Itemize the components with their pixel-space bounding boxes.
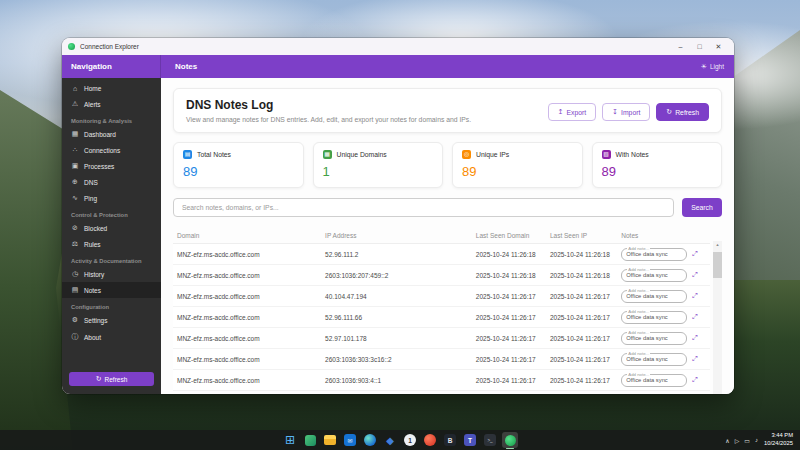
speaker-icon[interactable]: ♪ — [755, 437, 758, 443]
table-row: MNZ-efz.ms-acdc.office.com2603:1036:303:… — [173, 349, 710, 370]
maximize-button[interactable]: □ — [690, 38, 709, 55]
refresh-button[interactable]: ↻Refresh — [656, 103, 709, 121]
sidebar-item-notes[interactable]: ▤Notes — [62, 282, 161, 298]
sidebar-item-rules[interactable]: ⚖Rules — [62, 236, 161, 252]
sidebar-item-label: Settings — [84, 317, 108, 324]
settings-icon: ⚙ — [71, 316, 79, 324]
start-icon: ⊞ — [285, 433, 295, 447]
expand-note-icon[interactable]: ⤢ — [692, 271, 698, 279]
taskbar-item-connection-explorer[interactable] — [502, 432, 518, 448]
note-input[interactable] — [626, 335, 682, 341]
sidebar-item-ping[interactable]: ∿Ping — [62, 190, 161, 206]
sidebar-item-connections[interactable]: ∴Connections — [62, 142, 161, 158]
taskbar-item-box-app[interactable]: ◆ — [382, 432, 398, 448]
cell-notes: Add note...⤢ — [621, 290, 706, 303]
search-input[interactable] — [173, 198, 674, 217]
taskbar-item-one-password[interactable]: 1 — [402, 432, 418, 448]
app-header: Navigation Notes Light — [62, 55, 734, 78]
sidebar-refresh-button[interactable]: Refresh — [69, 372, 154, 386]
sidebar-item-processes[interactable]: ▣Processes — [62, 158, 161, 174]
import-button[interactable]: ↧Import — [602, 103, 650, 121]
notes-icon: ▤ — [71, 286, 79, 294]
page-header-panel: DNS Notes Log View and manage notes for … — [173, 88, 722, 133]
note-input[interactable] — [626, 293, 682, 299]
taskbar-item-edge[interactable] — [362, 432, 378, 448]
button-label: Export — [567, 109, 587, 116]
taskbar-item-b-app[interactable]: B — [442, 432, 458, 448]
theme-toggle[interactable]: Light — [701, 63, 724, 71]
stat-label: Total Notes — [197, 151, 231, 158]
minimize-button[interactable]: – — [671, 38, 690, 55]
sidebar-item-home[interactable]: ⌂Home — [62, 81, 161, 96]
expand-note-icon[interactable]: ⤢ — [692, 250, 698, 258]
taskbar-item-widgets[interactable] — [302, 432, 318, 448]
panel-actions: ↥Export↧Import↻Refresh — [548, 103, 709, 121]
expand-note-icon[interactable]: ⤢ — [692, 334, 698, 342]
cell-last-seen-ip: 2025-10-24 11:26:17 — [550, 377, 621, 384]
cell-ip-address: 2603:1036:303:3c16::2 — [325, 356, 476, 363]
window-titlebar[interactable]: Connection Explorer – □ ✕ — [62, 38, 734, 55]
cell-domain: MNZ-efz.ms-acdc.office.com — [177, 377, 325, 384]
taskbar-item-outlook[interactable]: ✉ — [342, 432, 358, 448]
note-input[interactable] — [626, 314, 682, 320]
note-input[interactable] — [626, 272, 682, 278]
sidebar-item-label: Rules — [84, 241, 101, 248]
cell-ip-address: 52.96.111.2 — [325, 251, 476, 258]
taskbar-icons: ⊞✉◆1BT>_ — [282, 430, 518, 450]
sidebar-item-dashboard[interactable]: ▦Dashboard — [62, 126, 161, 142]
stat-value: 89 — [462, 164, 573, 179]
table-scrollbar[interactable] — [713, 241, 722, 394]
cell-last-seen-domain: 2025-10-24 11:26:17 — [476, 335, 550, 342]
network-icon[interactable]: ▷ — [735, 437, 740, 444]
stats-row: ▤Total Notes89▦Unique Domains1◎Unique IP… — [173, 142, 722, 188]
column-header-ip-address: IP Address — [325, 232, 476, 239]
stat-label: Unique IPs — [476, 151, 509, 158]
cell-ip-address: 2603:1036:207:459::2 — [325, 272, 476, 279]
refresh-icon — [96, 375, 102, 383]
notes-table: DomainIP AddressLast Seen DomainLast See… — [173, 228, 722, 391]
sidebar-title: Navigation — [62, 55, 161, 78]
search-button[interactable]: Search — [682, 198, 722, 217]
teams-icon: T — [464, 434, 476, 446]
chevron-up-icon[interactable]: ∧ — [725, 437, 729, 444]
taskbar-clock[interactable]: 3:44 PM 10/24/2025 — [764, 432, 793, 447]
taskbar-item-file-explorer[interactable] — [322, 432, 338, 448]
display-icon[interactable]: ▭ — [744, 437, 750, 444]
sidebar-item-history[interactable]: ◷History — [62, 266, 161, 282]
sidebar-item-blocked[interactable]: ⊘Blocked — [62, 220, 161, 236]
taskbar-item-teams[interactable]: T — [462, 432, 478, 448]
note-input[interactable] — [626, 356, 682, 362]
window-controls: – □ ✕ — [671, 38, 728, 55]
note-field-label: Add note... — [627, 330, 650, 335]
sidebar-item-about[interactable]: ⓘAbout — [62, 328, 161, 346]
expand-note-icon[interactable]: ⤢ — [692, 292, 698, 300]
table-row: MNZ-efz.ms-acdc.office.com2603:1036:207:… — [173, 265, 710, 286]
close-button[interactable]: ✕ — [709, 38, 728, 55]
sidebar-item-dns[interactable]: ⊕DNS — [62, 174, 161, 190]
scroll-up-icon[interactable] — [716, 242, 720, 247]
export-button[interactable]: ↥Export — [548, 103, 597, 121]
bell-icon: ⚠ — [71, 100, 79, 108]
note-field: Add note... — [621, 311, 687, 324]
scrollbar-thumb[interactable] — [713, 252, 722, 278]
sidebar-item-alerts[interactable]: ⚠Alerts — [62, 96, 161, 112]
taskbar-item-terminal[interactable]: >_ — [482, 432, 498, 448]
note-input[interactable] — [626, 251, 682, 257]
taskbar-item-start[interactable]: ⊞ — [282, 432, 298, 448]
cell-notes: Add note...⤢ — [621, 269, 706, 282]
expand-note-icon[interactable]: ⤢ — [692, 313, 698, 321]
expand-note-icon[interactable]: ⤢ — [692, 355, 698, 363]
cell-domain: MNZ-efz.ms-acdc.office.com — [177, 293, 325, 300]
taskbar-item-red-app[interactable] — [422, 432, 438, 448]
tray-time: 3:44 PM — [764, 432, 793, 440]
expand-note-icon[interactable]: ⤢ — [692, 376, 698, 384]
domain-icon: ▦ — [323, 150, 332, 159]
cell-notes: Add note...⤢ — [621, 374, 706, 387]
note-icon: ▤ — [183, 150, 192, 159]
note-input[interactable] — [626, 377, 682, 383]
sidebar-item-settings[interactable]: ⚙Settings — [62, 312, 161, 328]
cell-last-seen-ip: 2025-10-24 11:26:17 — [550, 335, 621, 342]
table-row: MNZ-efz.ms-acdc.office.com2603:1036:903:… — [173, 370, 710, 391]
sidebar-item-label: Notes — [84, 287, 101, 294]
stat-card-total-notes: ▤Total Notes89 — [173, 142, 304, 188]
